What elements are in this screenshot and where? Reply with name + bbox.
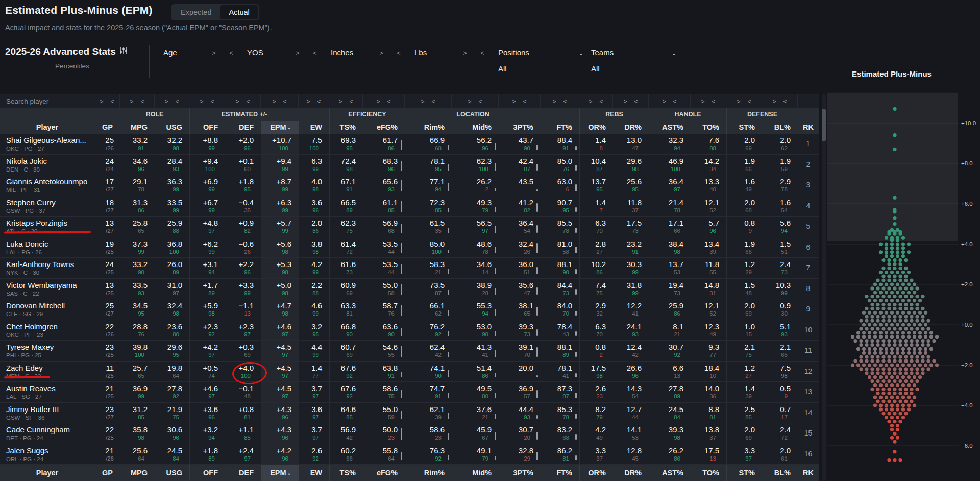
sort-asc-button[interactable]: < bbox=[673, 98, 677, 105]
column-header-TS%[interactable]: TS% bbox=[329, 121, 363, 134]
column-header-OFF[interactable]: OFF bbox=[189, 121, 225, 134]
column-header-RK[interactable]: RK bbox=[798, 465, 818, 481]
column-header-MPG[interactable]: MPG bbox=[120, 465, 155, 481]
sort-asc-button[interactable]: < bbox=[564, 98, 567, 105]
table-row[interactable]: Jalen SuggsORL · PG · 2421/2625.66424.58… bbox=[0, 444, 819, 465]
filter-lt-button[interactable]: < bbox=[474, 50, 491, 57]
player-cell[interactable]: Zach EdeyMEM · C · 23 bbox=[0, 362, 94, 382]
sort-desc-button[interactable]: > bbox=[100, 98, 103, 105]
column-header-USG[interactable]: USG bbox=[155, 465, 189, 481]
sort-desc-button[interactable]: > bbox=[623, 98, 627, 105]
column-header-eFG%[interactable]: eFG% bbox=[363, 121, 405, 134]
player-cell[interactable]: Donovan MitchellCLE · SG · 29 bbox=[0, 299, 94, 320]
sort-desc-button[interactable]: > bbox=[130, 98, 133, 105]
column-header-3PT%[interactable]: 3PT% bbox=[499, 121, 541, 134]
column-header-DR%[interactable]: DR% bbox=[613, 121, 649, 134]
player-cell[interactable]: Giannis AntetokounmpoMIL · PF · 31 bbox=[0, 175, 94, 196]
table-row[interactable]: Zach EdeyMEM · C · 2311/2525.76519.864+0… bbox=[0, 362, 819, 382]
filter-gt-button[interactable]: > bbox=[373, 50, 390, 57]
sort-asc-button[interactable]: < bbox=[350, 98, 353, 105]
filter-lt-button[interactable]: < bbox=[306, 50, 324, 57]
sort-asc-button[interactable]: < bbox=[211, 98, 214, 105]
column-header-3PT%[interactable]: 3PT% bbox=[499, 465, 541, 481]
sort-asc-button[interactable]: < bbox=[634, 98, 638, 105]
sort-desc-button[interactable]: > bbox=[772, 98, 776, 105]
sort-asc-button[interactable]: < bbox=[783, 98, 787, 105]
sort-desc-button[interactable]: > bbox=[701, 98, 704, 105]
sort-desc-button[interactable]: > bbox=[662, 98, 666, 105]
column-header-EW[interactable]: EW bbox=[299, 121, 329, 134]
player-cell[interactable]: Austin ReavesLAL · SG · 27 bbox=[0, 382, 94, 402]
column-header-TO%[interactable]: TO% bbox=[691, 121, 726, 134]
player-cell[interactable]: Luka DoncicLAL · PG · 26 bbox=[0, 237, 94, 258]
column-header-AST%[interactable]: AST% bbox=[649, 465, 691, 481]
toggle-expected-button[interactable]: Expected bbox=[172, 5, 220, 19]
sort-desc-button[interactable]: > bbox=[421, 98, 424, 105]
column-header-MPG[interactable]: MPG bbox=[120, 121, 155, 134]
table-row[interactable]: Nikola JokicDEN · C · 3024/2434.69628.49… bbox=[0, 155, 819, 176]
column-header-FT%[interactable]: FT% bbox=[541, 121, 579, 134]
column-header-DEF[interactable]: DEF bbox=[225, 465, 261, 481]
column-header-eFG%[interactable]: eFG% bbox=[363, 465, 405, 481]
sort-desc-button[interactable]: > bbox=[468, 98, 471, 105]
column-header-USG[interactable]: USG bbox=[155, 121, 189, 134]
sort-asc-button[interactable]: < bbox=[523, 98, 527, 105]
sort-desc-button[interactable]: > bbox=[200, 98, 203, 105]
filter-gt-button[interactable]: > bbox=[456, 50, 474, 57]
column-header-EPM[interactable]: EPM⌄ bbox=[261, 121, 299, 134]
sort-asc-button[interactable]: < bbox=[111, 98, 114, 105]
filter-inches[interactable]: Inches>< bbox=[331, 48, 407, 73]
column-header-TS%[interactable]: TS% bbox=[329, 465, 363, 481]
sort-asc-button[interactable]: < bbox=[247, 98, 250, 105]
filter-age[interactable]: Age>< bbox=[163, 48, 240, 73]
column-header-Player[interactable]: Player bbox=[0, 465, 94, 481]
column-header-GP[interactable]: GP bbox=[94, 465, 120, 481]
column-header-FT%[interactable]: FT% bbox=[541, 465, 579, 481]
filter-positions-select[interactable]: Positions⌄All bbox=[498, 48, 584, 73]
player-cell[interactable]: Stephen CurryGSW · PG · 37 bbox=[0, 196, 94, 217]
sort-desc-button[interactable]: > bbox=[272, 98, 276, 105]
table-row[interactable]: Chet HolmgrenOKC · PF · 2322/2628.87623.… bbox=[0, 320, 819, 341]
sort-asc-button[interactable]: < bbox=[479, 98, 482, 105]
sort-asc-button[interactable]: < bbox=[712, 98, 716, 105]
sort-desc-button[interactable]: > bbox=[552, 98, 556, 105]
column-header-OR%[interactable]: OR% bbox=[579, 121, 613, 134]
sort-desc-button[interactable]: > bbox=[235, 98, 239, 105]
filter-gt-button[interactable]: > bbox=[205, 50, 223, 57]
column-header-Rim%[interactable]: Rim% bbox=[405, 465, 452, 481]
filter-lt-button[interactable]: < bbox=[223, 50, 240, 57]
sort-asc-button[interactable]: < bbox=[283, 98, 287, 105]
table-row[interactable]: Luka DoncicLAL · PG · 2619/2537.39936.81… bbox=[0, 237, 819, 258]
player-cell[interactable]: Victor WembanyamaSAS · C · 22 bbox=[0, 279, 94, 299]
column-header-DR%[interactable]: DR% bbox=[613, 465, 649, 481]
column-header-EPM[interactable]: EPM⌄ bbox=[261, 465, 299, 481]
column-header-GP[interactable]: GP bbox=[94, 121, 120, 134]
sort-asc-button[interactable]: < bbox=[748, 98, 751, 105]
table-row[interactable]: Tyrese MaxeyPHI · PG · 2523/2539.810029.… bbox=[0, 341, 819, 362]
sort-asc-button[interactable]: < bbox=[432, 98, 435, 105]
column-header-Rim%[interactable]: Rim% bbox=[405, 121, 452, 134]
sort-desc-button[interactable]: > bbox=[164, 98, 168, 105]
sort-asc-button[interactable]: < bbox=[317, 98, 321, 105]
table-row[interactable]: Karl-Anthony TownsNYK · C · 3024/2533.29… bbox=[0, 258, 819, 279]
sort-desc-button[interactable]: > bbox=[589, 98, 592, 105]
filter-gt-button[interactable]: > bbox=[289, 50, 306, 57]
filter-yos[interactable]: YOS>< bbox=[247, 48, 324, 73]
player-cell[interactable]: Tyrese MaxeyPHI · PG · 25 bbox=[0, 341, 94, 361]
column-header-BL%[interactable]: BL% bbox=[762, 465, 798, 481]
table-row[interactable]: Victor WembanyamaSAS · C · 2213/2533.593… bbox=[0, 279, 819, 300]
player-cell[interactable]: Cade CunninghamDET · PG · 24 bbox=[0, 423, 94, 444]
column-header-Player[interactable]: Player bbox=[0, 121, 94, 134]
search-input[interactable]: Search player bbox=[0, 94, 94, 108]
toggle-actual-button[interactable]: Actual bbox=[220, 5, 258, 19]
player-cell[interactable]: Kristaps PorzingisATL · C · 30 bbox=[0, 217, 94, 237]
player-cell[interactable]: Shai Gilgeous-Alexan...OKC · PG · 27 bbox=[0, 134, 94, 154]
player-cell[interactable]: Nikola JokicDEN · C · 30 bbox=[0, 155, 94, 175]
column-header-ST%[interactable]: ST% bbox=[726, 121, 762, 134]
column-header-Mid%[interactable]: Mid% bbox=[452, 121, 499, 134]
column-header-AST%[interactable]: AST% bbox=[649, 121, 691, 134]
table-row[interactable]: Donovan MitchellCLE · SG · 2925/2734.595… bbox=[0, 299, 819, 320]
sort-asc-button[interactable]: < bbox=[176, 98, 179, 105]
table-row[interactable]: Jimmy Butler IIIGSW · SF · 3623/2731.285… bbox=[0, 403, 819, 424]
filter-lbs[interactable]: Lbs>< bbox=[414, 48, 491, 73]
